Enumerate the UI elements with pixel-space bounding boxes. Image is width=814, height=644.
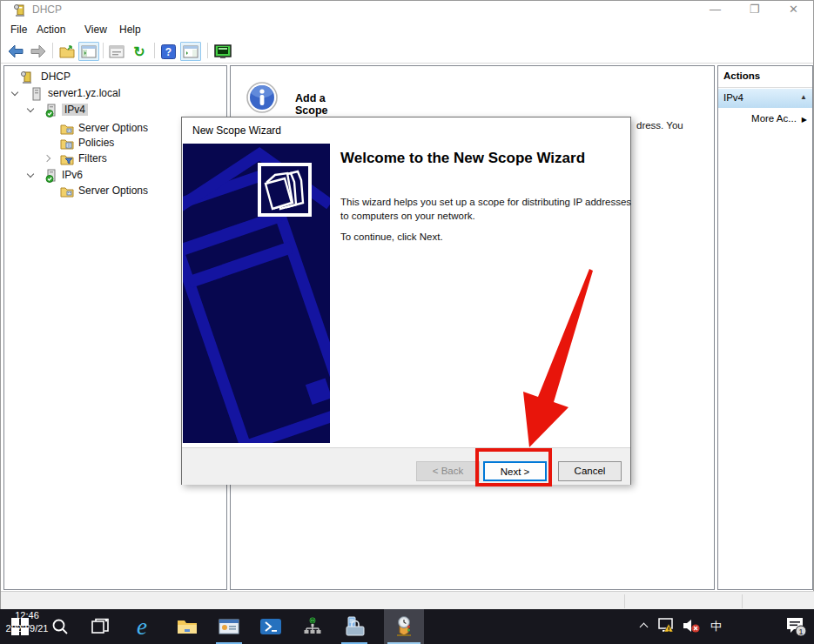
wizard-title: New Scope Wizard bbox=[192, 124, 281, 137]
notification-badge: 1 bbox=[798, 627, 803, 636]
wizard-paragraph-1: This wizard helps you set up a scope for… bbox=[340, 196, 632, 223]
restore-button[interactable]: ❐ bbox=[735, 1, 774, 20]
server-manager-icon[interactable] bbox=[209, 609, 249, 644]
cancel-button[interactable]: Cancel bbox=[558, 461, 622, 481]
actions-pane: Actions IPv4 ▲ More Ac...▶ bbox=[717, 65, 813, 590]
dhcp-app-icon bbox=[13, 3, 27, 17]
window-title: DHCP bbox=[32, 3, 62, 16]
folder-options-icon bbox=[60, 122, 74, 136]
wizard-titlebar[interactable]: New Scope Wizard bbox=[182, 117, 630, 144]
menu-help[interactable]: Help bbox=[115, 22, 145, 37]
tray-expand-icon[interactable] bbox=[640, 623, 649, 632]
tray-volume-muted-icon[interactable] bbox=[682, 618, 701, 637]
show-console-tree-icon[interactable] bbox=[78, 42, 99, 61]
menubar: File Action View Help bbox=[1, 20, 813, 39]
minimize-button[interactable]: — bbox=[696, 1, 735, 20]
network-tree-icon[interactable] bbox=[293, 609, 333, 644]
refresh-icon[interactable]: ↻ bbox=[129, 42, 150, 61]
new-scope-wizard-dialog: New Scope Wizard bbox=[181, 117, 631, 485]
toolbar: ↻ ? bbox=[1, 39, 813, 64]
chevron-down-icon[interactable] bbox=[27, 171, 34, 178]
start-button[interactable] bbox=[0, 609, 40, 644]
forward-icon[interactable] bbox=[28, 42, 49, 61]
server-check-icon bbox=[44, 169, 58, 183]
chevron-down-icon[interactable] bbox=[27, 105, 34, 112]
search-icon[interactable] bbox=[40, 609, 80, 644]
properties-icon[interactable] bbox=[106, 42, 127, 61]
wizard-paragraph-2: To continue, click Next. bbox=[340, 231, 632, 242]
close-button[interactable]: ✕ bbox=[774, 1, 813, 20]
dhcp-console-icon bbox=[20, 70, 34, 84]
svg-text:?: ? bbox=[165, 46, 171, 58]
info-icon bbox=[246, 82, 278, 113]
desktop: DHCP — ❐ ✕ File Action View Help bbox=[0, 0, 814, 644]
dhcp-taskbar-icon[interactable] bbox=[384, 609, 424, 644]
show-action-pane-icon[interactable] bbox=[180, 42, 201, 61]
more-actions-label: More Ac... bbox=[751, 113, 797, 124]
tray-network-icon[interactable] bbox=[657, 617, 676, 638]
task-view-icon[interactable] bbox=[80, 609, 120, 644]
back-button: < Back bbox=[416, 461, 480, 481]
taskbar: e 中 12:46 bbox=[0, 609, 814, 644]
folder-options-icon bbox=[60, 184, 74, 198]
titlebar[interactable]: DHCP — ❐ ✕ bbox=[1, 1, 813, 20]
powershell-icon[interactable] bbox=[251, 609, 291, 644]
file-explorer-icon[interactable] bbox=[167, 609, 207, 644]
actions-pane-header: Actions bbox=[718, 66, 812, 88]
more-actions-item[interactable]: More Ac...▶ bbox=[751, 113, 807, 124]
chevron-right-icon[interactable] bbox=[44, 155, 50, 162]
server-manager-toolbox-icon[interactable] bbox=[334, 609, 374, 644]
wizard-heading: Welcome to the New Scope Wizard bbox=[340, 149, 589, 167]
collapse-icon[interactable]: ▲ bbox=[800, 93, 807, 101]
export-list-icon[interactable] bbox=[57, 42, 77, 61]
folder-filters-icon bbox=[60, 152, 74, 166]
help-icon[interactable]: ? bbox=[158, 42, 178, 61]
server-check-icon bbox=[44, 104, 58, 117]
server-icon bbox=[30, 87, 44, 101]
clipped-description-text: dress. You bbox=[636, 120, 683, 131]
menu-file[interactable]: File bbox=[6, 22, 31, 37]
wizard-button-strip: < Back Next > Cancel bbox=[182, 447, 630, 485]
tray-ime-indicator[interactable]: 中 bbox=[710, 619, 722, 634]
actions-group-ipv4[interactable]: IPv4 ▲ bbox=[718, 89, 812, 108]
wizard-watermark-image bbox=[183, 144, 330, 443]
menu-action[interactable]: Action bbox=[32, 22, 70, 37]
main-heading: Add a Scope bbox=[295, 92, 328, 117]
chevron-down-icon[interactable] bbox=[11, 89, 18, 96]
menu-view[interactable]: View bbox=[80, 22, 111, 37]
actions-group-label: IPv4 bbox=[723, 92, 743, 103]
wizard-folder-icon bbox=[258, 163, 312, 217]
status-bar bbox=[1, 591, 814, 610]
folder-policies-icon bbox=[60, 137, 74, 151]
remote-desktop-icon[interactable] bbox=[212, 42, 233, 61]
action-center-icon[interactable]: 1 bbox=[784, 615, 807, 641]
internet-explorer-icon[interactable]: e bbox=[122, 609, 162, 644]
next-button[interactable]: Next > bbox=[483, 461, 547, 481]
submenu-arrow-icon: ▶ bbox=[802, 116, 807, 124]
back-icon[interactable] bbox=[5, 42, 26, 61]
